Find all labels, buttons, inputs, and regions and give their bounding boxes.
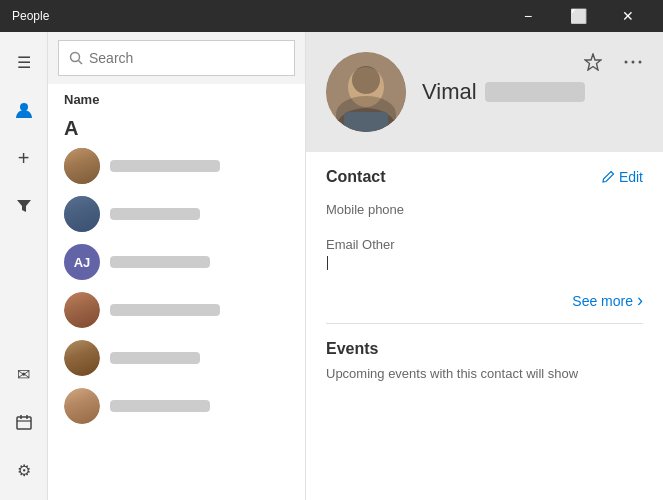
app-body: ☰ + ✉ ⚙ Name A	[0, 32, 663, 500]
search-bar	[48, 32, 305, 84]
search-icon	[69, 51, 83, 65]
contact-name-blur	[110, 256, 210, 268]
svg-point-13	[625, 61, 628, 64]
detail-header: Vimal	[306, 32, 663, 152]
svg-point-5	[71, 53, 80, 62]
contact-name-blur	[110, 304, 220, 316]
svg-point-0	[20, 103, 28, 111]
see-more-button[interactable]: See more ›	[326, 290, 643, 311]
svg-point-10	[336, 108, 396, 132]
contact-panel: Name A AJ	[48, 32, 306, 500]
svg-point-9	[348, 67, 384, 107]
alpha-group-a: A	[48, 111, 305, 142]
edit-label: Edit	[619, 169, 643, 185]
filter-icon[interactable]	[2, 184, 46, 228]
edit-icon	[601, 170, 615, 184]
maximize-button[interactable]: ⬜	[555, 0, 601, 32]
contact-name-blur	[110, 352, 200, 364]
pin-button[interactable]	[575, 44, 611, 80]
email-other-value	[326, 254, 643, 270]
contact-list-header: Name	[48, 84, 305, 111]
minimize-button[interactable]: −	[505, 0, 551, 32]
detail-panel: Vimal Contact Ed	[306, 32, 663, 500]
hamburger-icon[interactable]: ☰	[2, 40, 46, 84]
contact-avatar-large	[326, 52, 406, 132]
title-bar: People − ⬜ ✕	[0, 0, 663, 32]
search-input[interactable]	[89, 50, 284, 66]
divider	[326, 323, 643, 324]
email-other-field: Email Other	[326, 237, 643, 270]
avatar	[64, 292, 100, 328]
title-bar-controls: − ⬜ ✕	[505, 0, 651, 32]
header-actions	[575, 44, 651, 80]
contact-info: Contact Edit Mobile phone Email Other	[306, 152, 663, 500]
svg-rect-8	[326, 52, 406, 132]
title-bar-left: People	[12, 9, 49, 23]
app-title: People	[12, 9, 49, 23]
contact-name-blur	[110, 400, 210, 412]
edit-button[interactable]: Edit	[601, 169, 643, 185]
email-other-label: Email Other	[326, 237, 643, 252]
close-button[interactable]: ✕	[605, 0, 651, 32]
contact-name-blur	[110, 160, 220, 172]
svg-line-6	[79, 61, 83, 65]
add-icon[interactable]: +	[2, 136, 46, 180]
contact-full-name: Vimal	[422, 79, 585, 105]
search-input-wrap[interactable]	[58, 40, 295, 76]
list-item[interactable]	[48, 382, 305, 430]
events-description: Upcoming events with this contact will s…	[326, 366, 643, 381]
avatar	[64, 340, 100, 376]
list-item[interactable]: AJ	[48, 238, 305, 286]
list-item[interactable]	[48, 190, 305, 238]
chevron-right-icon: ›	[637, 290, 643, 311]
text-cursor	[327, 256, 328, 270]
avatar	[64, 148, 100, 184]
see-more-label: See more	[572, 293, 633, 309]
svg-rect-11	[344, 112, 388, 132]
icon-rail: ☰ + ✉ ⚙	[0, 32, 48, 500]
list-item[interactable]	[48, 334, 305, 382]
contact-name-blur	[110, 208, 200, 220]
svg-point-15	[639, 61, 642, 64]
contact-first-name: Vimal	[422, 79, 477, 105]
settings-icon[interactable]: ⚙	[2, 448, 46, 492]
detail-name-area: Vimal	[422, 79, 585, 105]
calendar-icon[interactable]	[2, 400, 46, 444]
contact-info-header: Contact Edit	[326, 168, 643, 186]
events-section-title: Events	[326, 340, 643, 358]
mobile-phone-label: Mobile phone	[326, 202, 643, 217]
avatar	[64, 388, 100, 424]
person-icon[interactable]	[2, 88, 46, 132]
avatar	[64, 196, 100, 232]
avatar: AJ	[64, 244, 100, 280]
list-item[interactable]	[48, 286, 305, 334]
contact-last-name-blur	[485, 82, 585, 102]
svg-rect-1	[17, 417, 31, 429]
mail-icon[interactable]: ✉	[2, 352, 46, 396]
contact-section-title: Contact	[326, 168, 386, 186]
more-options-button[interactable]	[615, 44, 651, 80]
mobile-phone-field: Mobile phone	[326, 202, 643, 217]
svg-point-14	[632, 61, 635, 64]
list-item[interactable]	[48, 142, 305, 190]
